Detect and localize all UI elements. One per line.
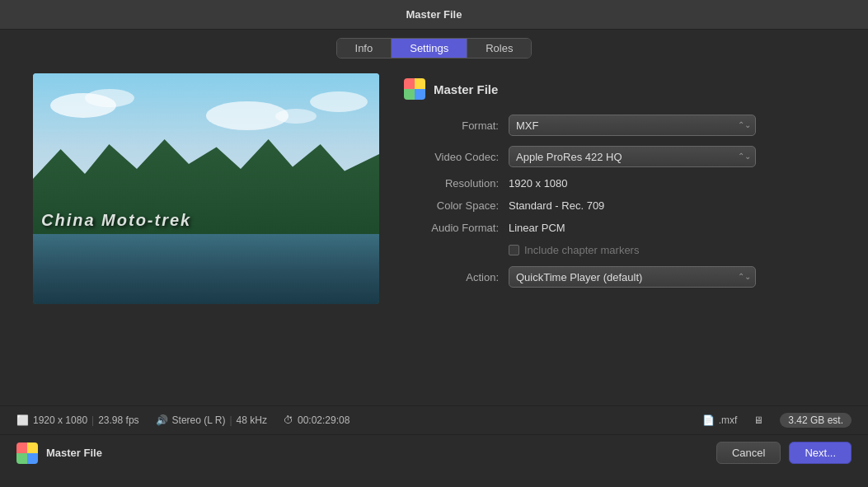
icon-q4	[415, 89, 425, 100]
format-row: Format: MXF	[404, 115, 843, 136]
clock-icon: ⏱	[284, 414, 293, 426]
footer-icon-q3	[16, 453, 27, 464]
icon-q1	[404, 78, 415, 89]
action-label: Action:	[404, 271, 499, 283]
resolution-status: ⬜ 1920 x 1080 | 23.98 fps	[16, 414, 139, 426]
water-reflection	[33, 234, 379, 304]
file-icon: 📄	[702, 414, 715, 426]
cancel-button[interactable]: Cancel	[716, 442, 781, 464]
file-size-badge: 3.42 GB est.	[780, 413, 852, 428]
cloud	[310, 91, 368, 112]
audio-format-row: Audio Format: Linear PCM	[404, 222, 843, 234]
monitor-status: 🖥	[753, 414, 763, 426]
window-title: Master File	[406, 8, 462, 21]
audio-icon: 🔊	[156, 414, 168, 426]
audio-status: 🔊 Stereo (L R) | 48 kHz	[156, 414, 267, 426]
format-label: Format:	[404, 119, 499, 132]
thumbnail-title: China Moto-trek	[41, 211, 191, 230]
audio-format-label: Audio Format:	[404, 222, 499, 234]
file-ext-status: 📄 .mxf	[702, 414, 738, 426]
icon-q3	[404, 89, 415, 100]
action-select-wrapper: QuickTime Player (default)	[509, 266, 756, 288]
settings-header: Master File	[404, 78, 843, 100]
status-file-ext: .mxf	[719, 414, 738, 426]
status-bar: ⬜ 1920 x 1080 | 23.98 fps 🔊 Stereo (L R)…	[0, 405, 868, 435]
settings-panel-title: Master File	[434, 82, 498, 96]
action-row: Action: QuickTime Player (default)	[404, 266, 843, 288]
settings-panel: Master File Format: MXF Video Codec: App…	[404, 73, 843, 397]
chapter-markers-checkbox[interactable]	[509, 245, 519, 255]
tab-settings[interactable]: Settings	[392, 39, 467, 58]
audio-format-value: Linear PCM	[509, 222, 565, 234]
footer: Master File Cancel Next...	[0, 435, 868, 471]
color-space-label: Color Space:	[404, 199, 499, 212]
chapter-markers-label: Include chapter markers	[524, 244, 639, 256]
resolution-row: Resolution: 1920 x 1080	[404, 177, 843, 190]
resolution-icon: ⬜	[16, 414, 29, 426]
icon-q2	[415, 78, 425, 89]
footer-icon	[16, 443, 38, 464]
video-codec-row: Video Codec: Apple ProRes 422 HQ	[404, 146, 843, 167]
footer-icon-q1	[16, 443, 27, 453]
status-duration: 00:02:29:08	[298, 414, 350, 426]
tab-group: Info Settings Roles	[336, 38, 533, 59]
tab-roles[interactable]: Roles	[467, 39, 531, 58]
format-select[interactable]: MXF	[509, 115, 756, 136]
resolution-value: 1920 x 1080	[509, 177, 568, 190]
master-file-icon	[404, 78, 425, 100]
status-fps: 23.98 fps	[98, 414, 138, 426]
main-content: China Moto-trek Master File Format: MXF	[0, 65, 868, 405]
footer-icon-q2	[27, 443, 38, 453]
status-audio: Stereo (L R)	[172, 414, 226, 426]
cloud	[275, 109, 317, 124]
chapter-markers-row: Include chapter markers	[509, 244, 843, 256]
color-space-row: Color Space: Standard - Rec. 709	[404, 199, 843, 212]
video-codec-select-wrapper: Apple ProRes 422 HQ	[509, 146, 756, 167]
sep-1: |	[91, 414, 94, 426]
status-resolution: 1920 x 1080	[33, 414, 87, 426]
footer-icon-q4	[27, 453, 38, 464]
thumbnail-image: China Moto-trek	[33, 73, 379, 304]
cloud	[85, 89, 134, 107]
title-bar: Master File	[0, 0, 868, 30]
status-sample-rate: 48 kHz	[237, 414, 267, 426]
video-codec-label: Video Codec:	[404, 151, 499, 163]
action-select[interactable]: QuickTime Player (default)	[509, 266, 756, 288]
format-select-wrapper: MXF	[509, 115, 756, 136]
tab-bar: Info Settings Roles	[0, 30, 868, 65]
tab-info[interactable]: Info	[337, 39, 392, 58]
duration-status: ⏱ 00:02:29:08	[284, 414, 350, 426]
thumbnail-area: China Moto-trek	[33, 73, 379, 304]
color-space-value: Standard - Rec. 709	[509, 199, 604, 212]
sep-2: |	[229, 414, 232, 426]
monitor-icon: 🖥	[753, 414, 763, 426]
status-file-size: 3.42 GB est.	[788, 414, 843, 426]
video-codec-select[interactable]: Apple ProRes 422 HQ	[509, 146, 756, 167]
resolution-label: Resolution:	[404, 177, 499, 190]
next-button[interactable]: Next...	[789, 442, 852, 464]
footer-title: Master File	[46, 447, 708, 459]
